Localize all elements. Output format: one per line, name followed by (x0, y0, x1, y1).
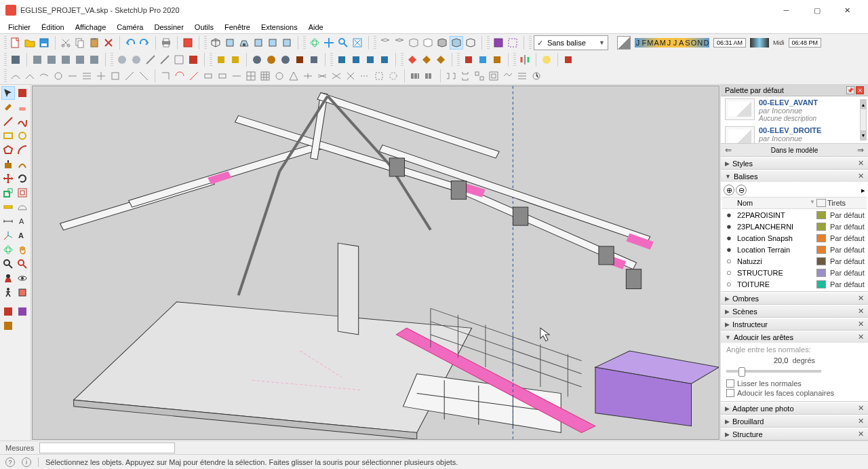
visibility-toggle-icon[interactable]: ○ (722, 279, 736, 289)
new-file-icon[interactable] (9, 36, 22, 50)
panel-close-icon[interactable]: ✕ (858, 417, 864, 426)
sandbox-icon-29[interactable] (422, 69, 436, 83)
shadow-time-start[interactable]: 06:31 AM (713, 38, 746, 48)
panel-styles-header[interactable]: ▶Styles✕ (721, 157, 868, 169)
zoom-icon-top[interactable] (336, 36, 350, 50)
move-tool-icon[interactable] (1, 172, 15, 185)
model-info-icon[interactable] (181, 36, 195, 50)
checkbox-lisser[interactable] (726, 379, 734, 388)
dimension-tool-icon[interactable] (1, 214, 15, 228)
tag-color-swatch[interactable] (816, 223, 826, 231)
section-tool-icon[interactable] (16, 286, 29, 299)
backedges-icon[interactable] (393, 36, 406, 50)
paint-tool-icon[interactable] (1, 100, 15, 114)
plugin-icon-10[interactable] (158, 53, 172, 67)
tag-dash[interactable]: Par défaut (826, 257, 867, 265)
sandbox-icon-33[interactable] (487, 69, 500, 83)
panel-close-icon[interactable]: ✕ (858, 404, 864, 413)
zoom-tool-icon[interactable] (1, 257, 15, 271)
nav-back-icon[interactable]: ⇐ (725, 145, 732, 155)
table-row[interactable]: ●Location SnapshPar défaut (722, 232, 867, 244)
plugin-icon-8[interactable] (130, 53, 143, 67)
component-tool-icon[interactable] (16, 86, 29, 100)
visibility-toggle-icon[interactable]: ○ (722, 267, 736, 278)
plugin-icon-12[interactable] (186, 53, 200, 67)
panel-close-icon[interactable]: ✕ (858, 294, 864, 303)
shaded-textures-icon[interactable] (450, 36, 463, 50)
zoom-extent-icon-top[interactable] (351, 36, 364, 50)
top-view-icon[interactable] (223, 36, 237, 50)
back-view-icon[interactable] (266, 36, 279, 50)
sandbox-icon-7[interactable] (94, 69, 108, 83)
tag-dash[interactable]: Par défaut (826, 223, 867, 231)
sandbox-icon-21[interactable] (301, 69, 315, 83)
sandbox-icon-26[interactable] (372, 69, 386, 83)
tray-header[interactable]: Palette par défaut 📌 ✕ (721, 85, 868, 96)
layer-dropdown[interactable]: ✓ Sans balise ▼ (534, 35, 608, 50)
menu-dessiner[interactable]: Dessiner (149, 22, 189, 33)
visibility-toggle-icon[interactable]: ○ (722, 256, 736, 266)
plugin-icon-7[interactable] (115, 53, 129, 67)
axes-tool-icon[interactable] (1, 229, 15, 242)
info-icon[interactable]: i (22, 457, 31, 467)
menu-fichier[interactable]: Fichier (3, 22, 36, 33)
tag-dash[interactable]: Par défaut (826, 211, 867, 219)
sandbox-icon-13[interactable] (187, 69, 201, 83)
tag-menu-icon[interactable]: ▸ (861, 186, 865, 195)
table-row[interactable]: ○TOITUREPar défaut (722, 278, 867, 290)
nav-forward-icon[interactable]: ⇒ (857, 145, 864, 155)
help-icon[interactable]: ? (5, 457, 15, 467)
make-group-icon[interactable] (506, 36, 519, 50)
sandbox-icon-30[interactable] (444, 69, 458, 83)
panel-close-icon[interactable]: ✕ (858, 307, 864, 316)
sandbox-icon-10[interactable] (137, 69, 151, 83)
tag-color-swatch[interactable] (816, 246, 826, 254)
left-view-icon[interactable] (280, 36, 294, 50)
cut-icon[interactable] (59, 36, 73, 50)
viewport[interactable] (32, 86, 719, 440)
checkbox-coplanar[interactable] (726, 389, 734, 397)
undo-icon[interactable] (123, 36, 137, 50)
plugin-icon-17[interactable] (279, 53, 292, 67)
plugin-icon-21[interactable] (349, 53, 363, 67)
panel-brouillard-header[interactable]: ▶Brouillard✕ (721, 415, 868, 427)
scale-tool-icon[interactable] (1, 186, 15, 200)
plugin-icon-26[interactable] (434, 53, 448, 67)
tag-dash[interactable]: Par défaut (826, 246, 867, 254)
plugin-icon-25[interactable] (420, 53, 433, 67)
followme-tool-icon[interactable] (16, 157, 29, 171)
tag-name[interactable]: Location Terrain (736, 246, 816, 254)
plugin-icon-19[interactable] (307, 53, 321, 67)
pushpull-tool-icon[interactable] (1, 157, 15, 171)
maximize-button[interactable]: ▢ (802, 1, 832, 20)
plugin-icon-28[interactable] (476, 53, 490, 67)
soften-slider[interactable] (726, 370, 821, 373)
plugin-icon-13[interactable] (214, 53, 228, 67)
plugin-icon-27[interactable] (462, 53, 475, 67)
panel-ombres-header[interactable]: ▶Ombres✕ (721, 292, 868, 304)
save-file-icon[interactable] (37, 36, 51, 50)
table-row[interactable]: ○NatuzziPar défaut (722, 255, 867, 267)
front-view-icon[interactable] (237, 36, 251, 50)
sandbox-icon-22[interactable] (315, 69, 329, 83)
list-item[interactable]: 00-ELEV_AVANT par Inconnue Aucune descri… (721, 96, 868, 124)
tag-name[interactable]: Location Snapsh (736, 234, 816, 242)
measure-input[interactable] (39, 443, 175, 453)
tag-name[interactable]: 23PLANCHERNI (736, 223, 816, 231)
panel-scenes-header[interactable]: ▶Scènes✕ (721, 305, 868, 317)
sandbox-icon-24[interactable] (344, 69, 357, 83)
panel-balises-header[interactable]: ▼Balises✕ (721, 170, 868, 182)
plugin-icon-4[interactable] (59, 53, 73, 67)
offset-tool-icon[interactable] (16, 186, 29, 200)
panel-close-icon[interactable]: ✕ (858, 172, 864, 181)
add-tag-icon[interactable]: ⊕ (724, 185, 734, 195)
tag-color-swatch[interactable] (816, 280, 826, 288)
sandbox-icon-4[interactable] (52, 69, 65, 83)
visibility-toggle-icon[interactable]: ● (722, 233, 736, 243)
plugin-icon-30[interactable] (540, 53, 553, 67)
plugin-icon-31[interactable] (561, 53, 575, 67)
tag-name[interactable]: STRUCTURE (736, 269, 816, 277)
plugin-icon-23[interactable] (378, 53, 391, 67)
xray-icon[interactable] (378, 36, 392, 50)
panel-adapter-header[interactable]: ▶Adapter une photo✕ (721, 402, 868, 414)
